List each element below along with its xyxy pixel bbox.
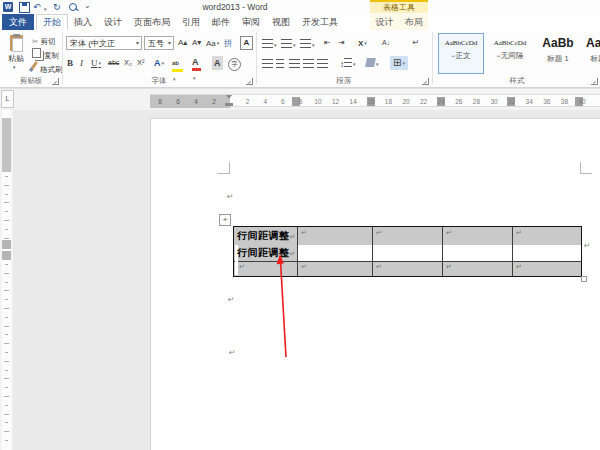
table-cell-r1c3[interactable]: ↵ [373, 227, 443, 262]
table-cell-r2c4[interactable]: ↵ [443, 262, 513, 276]
tab-developer[interactable]: 开发工具 [296, 14, 344, 30]
underline-button[interactable]: U [91, 56, 101, 71]
table[interactable]: 行间距调整↵ 行间距调整↵ ↵ ↵ ↵ ↵ ↵ ↵ ↵ ↵ ↵ [233, 226, 582, 277]
redo-icon[interactable]: ↻ [53, 2, 61, 12]
ruler-tick [5, 194, 8, 195]
paste-dropdown-icon[interactable]: ▾ [13, 64, 16, 70]
sort-button[interactable]: A↓ [382, 36, 390, 50]
enclose-characters-button[interactable]: 字 [228, 56, 241, 71]
table-row-marker[interactable] [2, 240, 11, 249]
table-cell-r1c4[interactable]: ↵ [443, 227, 513, 262]
undo-icon[interactable]: ↶ [33, 2, 41, 12]
table-cell-r1c5[interactable]: ↵ [513, 227, 581, 262]
phonetic-guide-button[interactable]: 拼 [224, 36, 233, 50]
left-indent-marker[interactable] [225, 103, 233, 106]
bold-button[interactable]: B [67, 56, 73, 70]
bullets-button[interactable] [262, 38, 277, 52]
character-border-button[interactable]: A [240, 35, 253, 50]
line-spacing-button[interactable]: ↕ [340, 57, 356, 72]
table-move-handle[interactable]: + [219, 214, 231, 226]
cell-mark: ↵ [516, 229, 522, 237]
tab-table-design[interactable]: 设计 [370, 14, 399, 30]
ruler-tick [5, 282, 8, 283]
ruler-number: 12 [331, 97, 341, 106]
font-dialog-launcher[interactable] [246, 78, 253, 85]
table-cell-r2c2[interactable]: ↵ [298, 262, 373, 276]
font-size-combo[interactable]: 五号 [144, 36, 174, 50]
tab-page-layout[interactable]: 页面布局 [128, 14, 176, 30]
font-name-combo[interactable]: 宋体 (中文正 [66, 36, 142, 50]
table-cell-r1c1[interactable]: 行间距调整↵ 行间距调整↵ [234, 227, 298, 262]
cut-button[interactable]: ✂ 剪切 [32, 35, 55, 49]
change-case-button[interactable]: Aa [206, 36, 219, 51]
save-icon[interactable] [19, 2, 30, 13]
show-hide-marks-button[interactable]: ↵ [412, 35, 419, 49]
character-shading-button[interactable]: A [212, 56, 223, 70]
contextual-tab-group-header: 表格工具 [370, 0, 428, 13]
borders-button[interactable]: ⊞ [390, 56, 408, 70]
superscript-button[interactable]: X² [137, 56, 145, 70]
table-cell-r2c3[interactable]: ↵ [373, 262, 443, 276]
cell-mark: ↵ [376, 263, 382, 271]
paste-button[interactable]: 粘贴 ▾ [3, 33, 29, 75]
ruler-number: 40 [577, 97, 587, 106]
align-left-button[interactable] [262, 58, 273, 72]
format-painter-button[interactable]: 格式刷 [32, 61, 63, 77]
shrink-font-button[interactable]: A▾ [192, 36, 201, 50]
grow-font-button[interactable]: A▴ [178, 36, 187, 50]
italic-button[interactable]: I [80, 56, 83, 70]
paragraph-dialog-launcher[interactable] [422, 78, 429, 85]
align-right-button[interactable] [289, 58, 300, 72]
tab-review[interactable]: 审阅 [236, 14, 266, 30]
horizontal-ruler[interactable]: 8642246810121416182022242628303234363840 [150, 94, 600, 107]
align-center-button[interactable] [276, 58, 284, 72]
style-card-normal[interactable]: AaBbCcDd ↵正文 [438, 33, 484, 74]
style-card-heading2[interactable]: AaB 标题 [583, 33, 600, 74]
asian-layout-button[interactable]: X [358, 36, 367, 51]
ruler-tick [5, 405, 8, 406]
numbering-button[interactable] [281, 38, 296, 52]
table-cell-r1c2[interactable]: ↵ [298, 227, 373, 262]
tab-design[interactable]: 设计 [98, 14, 128, 30]
table-cell-r2c5[interactable]: ↵ [513, 262, 581, 276]
style-card-no-spacing[interactable]: AaBbCcDd ↵无间隔 [487, 33, 533, 74]
tab-insert[interactable]: 插入 [68, 14, 98, 30]
tab-mailings[interactable]: 邮件 [206, 14, 236, 30]
ruler-tick [4, 396, 9, 397]
undo-dropdown-icon[interactable] [43, 4, 47, 14]
print-preview-icon[interactable] [69, 3, 77, 11]
justify-button[interactable] [303, 58, 314, 72]
tab-home[interactable]: 开始 [36, 14, 68, 30]
page[interactable] [150, 118, 600, 450]
document-area[interactable]: ↵ + 行间距调整↵ 行间距调整↵ ↵ ↵ ↵ ↵ ↵ ↵ ↵ ↵ ↵ ↵ ↵ … [13, 110, 600, 450]
tab-references[interactable]: 引用 [176, 14, 206, 30]
tab-file[interactable]: 文件 [2, 14, 34, 30]
tab-table-layout[interactable]: 布局 [399, 14, 428, 30]
subscript-button[interactable]: X₂ [124, 56, 132, 70]
style-card-heading1[interactable]: AaBb 标题 1 [536, 33, 580, 74]
table-cell-r2c1[interactable]: ↵ [234, 262, 298, 276]
customize-qat-icon[interactable]: ⌄ [84, 1, 91, 11]
numbered-list-icon [281, 39, 292, 48]
first-line-indent-marker[interactable] [226, 95, 232, 99]
table-resize-handle[interactable] [581, 276, 587, 282]
ruler-tick [5, 334, 8, 335]
ruler-tick [4, 361, 9, 362]
cell-mark: ↵ [446, 263, 452, 271]
text-effects-button[interactable]: A [154, 56, 164, 70]
vertical-ruler[interactable] [0, 110, 13, 450]
distribute-button[interactable] [317, 58, 328, 72]
clipboard-dialog-launcher[interactable] [52, 78, 59, 85]
tab-view[interactable]: 视图 [266, 14, 296, 30]
increase-indent-button[interactable]: ⇥ [338, 36, 345, 50]
ruler-number: 14 [348, 97, 358, 106]
ruler-number: 34 [524, 97, 534, 106]
multilevel-list-button[interactable] [300, 38, 315, 52]
ruler-number: 4 [191, 97, 201, 106]
strikethrough-button[interactable]: abc [108, 56, 119, 70]
tab-selector-button[interactable]: L [1, 90, 14, 108]
decrease-indent-button[interactable]: ⇤ [324, 36, 331, 50]
styles-dialog-launcher[interactable] [591, 78, 598, 85]
shading-button[interactable] [366, 57, 379, 71]
end-of-row-mark: ↵ [584, 242, 591, 250]
